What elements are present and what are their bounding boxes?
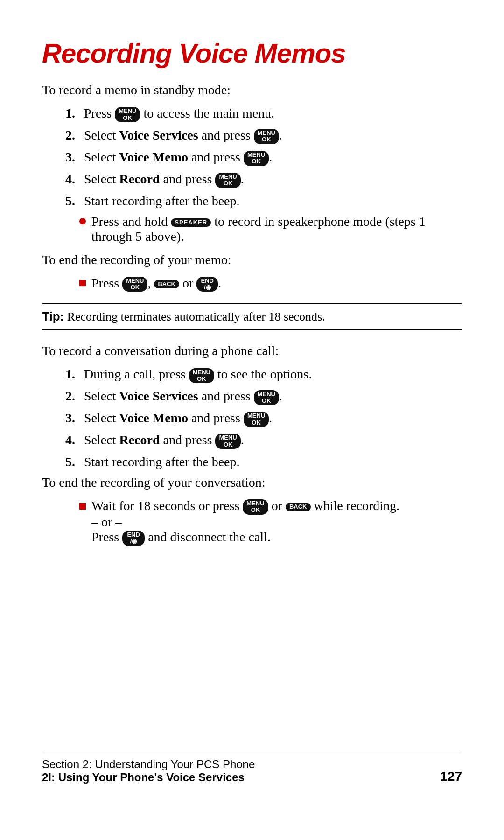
end-memo-bullet-list: Press MENUOK, BACK or END/◉.: [79, 276, 462, 292]
menu-ok-key-c4: MENUOK: [215, 434, 240, 449]
end-standby-intro: To end the recording of your memo:: [42, 252, 462, 267]
call-step-3: 3. Select Voice Memo and press MENUOK.: [65, 411, 462, 427]
footer-page-num: 127: [440, 769, 462, 784]
footer: Section 2: Understanding Your PCS Phone …: [42, 752, 462, 784]
back-key-2: BACK: [286, 503, 311, 511]
end-memo-bullet-item: Press MENUOK, BACK or END/◉.: [79, 276, 462, 292]
call-step-5-text: Start recording after the beep.: [84, 455, 240, 469]
speaker-bullet-list: Press and hold SPEAKER to record in spea…: [79, 214, 462, 244]
end-key-2: END/◉: [122, 531, 145, 546]
standby-step-1: 1. Press MENUOK to access the main menu.: [65, 106, 462, 122]
speaker-bullet-item: Press and hold SPEAKER to record in spea…: [79, 214, 462, 244]
menu-ok-key-1: MENUOK: [115, 107, 140, 122]
menu-ok-key-c1: MENUOK: [189, 368, 214, 384]
step-num-1: 1.: [65, 106, 79, 121]
speaker-key: SPEAKER: [171, 218, 211, 227]
call-step-4-text: Select Record and press MENUOK.: [84, 433, 244, 449]
bullet-circle-icon: [79, 218, 86, 224]
menu-ok-key-c2: MENUOK: [254, 390, 279, 406]
step-3-text: Select Voice Memo and press MENUOK.: [84, 150, 272, 166]
content: Recording Voice Memos To record a memo i…: [42, 37, 462, 752]
footer-left: Section 2: Understanding Your PCS Phone …: [42, 758, 255, 784]
intro-call: To record a conversation during a phone …: [42, 343, 462, 358]
step-5-text: Start recording after the beep.: [84, 194, 240, 209]
standby-step-2: 2. Select Voice Services and press MENUO…: [65, 128, 462, 144]
end-call-intro: To end the recording of your conversatio…: [42, 475, 462, 490]
menu-ok-key-3: MENUOK: [244, 151, 269, 166]
menu-ok-key-2: MENUOK: [254, 129, 279, 144]
call-step-1-text: During a call, press MENUOK to see the o…: [84, 367, 312, 383]
call-steps-list: 1. During a call, press MENUOK to see th…: [65, 367, 462, 469]
call-step-num-4: 4.: [65, 433, 79, 448]
menu-ok-key-wait: MENUOK: [243, 499, 268, 515]
call-step-num-2: 2.: [65, 389, 79, 404]
step-num-3: 3.: [65, 150, 79, 165]
tip-label: Tip:: [42, 309, 64, 323]
footer-section: Section 2: Understanding Your PCS Phone: [42, 758, 255, 771]
step-1-text: Press MENUOK to access the main menu.: [84, 106, 274, 122]
bullet-square-icon: [79, 280, 86, 286]
call-step-num-3: 3.: [65, 411, 79, 426]
standby-steps-list: 1. Press MENUOK to access the main menu.…: [65, 106, 462, 209]
back-key-1: BACK: [154, 280, 179, 288]
step-num-4: 4.: [65, 172, 79, 187]
standby-step-3: 3. Select Voice Memo and press MENUOK.: [65, 150, 462, 166]
menu-ok-key-end1: MENUOK: [122, 277, 147, 292]
standby-step-5: 5. Start recording after the beep.: [65, 194, 462, 209]
menu-ok-key-c3: MENUOK: [244, 412, 269, 427]
page-title: Recording Voice Memos: [42, 37, 462, 69]
step-num-5: 5.: [65, 194, 79, 209]
call-step-3-text: Select Voice Memo and press MENUOK.: [84, 411, 272, 427]
end-memo-text: Press MENUOK, BACK or END/◉.: [91, 276, 221, 292]
call-step-2: 2. Select Voice Services and press MENUO…: [65, 389, 462, 405]
call-step-4: 4. Select Record and press MENUOK.: [65, 433, 462, 449]
page: Recording Voice Memos To record a memo i…: [0, 0, 504, 840]
step-num-2: 2.: [65, 128, 79, 143]
footer-subsection: 2I: Using Your Phone's Voice Services: [42, 771, 255, 784]
call-step-1: 1. During a call, press MENUOK to see th…: [65, 367, 462, 383]
standby-step-4: 4. Select Record and press MENUOK.: [65, 172, 462, 188]
step-2-text: Select Voice Services and press MENUOK.: [84, 128, 282, 144]
end-call-bullet-list: Wait for 18 seconds or press MENUOK or B…: [79, 498, 462, 546]
end-key-1: END/◉: [196, 277, 218, 292]
end-call-text: Wait for 18 seconds or press MENUOK or B…: [91, 498, 399, 546]
menu-ok-key-4: MENUOK: [215, 173, 240, 188]
call-step-num-1: 1.: [65, 367, 79, 382]
step-4-text: Select Record and press MENUOK.: [84, 172, 244, 188]
speaker-bullet-text: Press and hold SPEAKER to record in spea…: [91, 214, 462, 244]
call-step-num-5: 5.: [65, 455, 79, 469]
or-line: – or –: [91, 515, 122, 529]
bullet-square-icon-2: [79, 503, 86, 510]
intro-standby: To record a memo in standby mode:: [42, 83, 462, 98]
call-step-2-text: Select Voice Services and press MENUOK.: [84, 389, 282, 405]
tip-text: Recording terminates automatically after…: [64, 310, 325, 323]
end-call-bullet-item: Wait for 18 seconds or press MENUOK or B…: [79, 498, 462, 546]
call-step-5: 5. Start recording after the beep.: [65, 455, 462, 469]
tip-box: Tip: Recording terminates automatically …: [42, 303, 462, 330]
